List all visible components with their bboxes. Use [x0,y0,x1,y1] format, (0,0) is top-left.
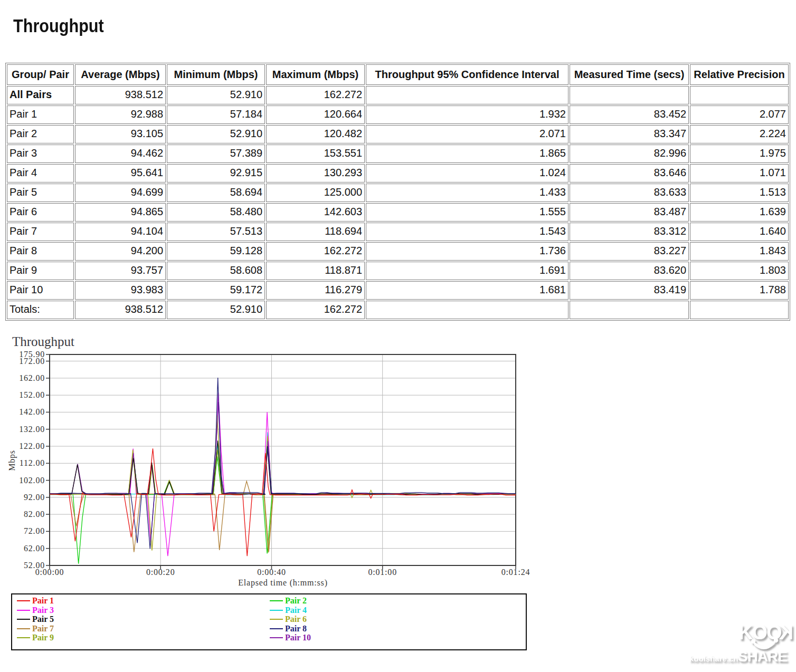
svg-text:0:00:20: 0:00:20 [146,568,175,577]
svg-text:102.00: 102.00 [19,476,45,485]
svg-text:162.00: 162.00 [19,373,45,382]
svg-text:Throughput: Throughput [12,334,74,349]
svg-text:122.00: 122.00 [19,441,45,450]
svg-text:K: K [779,621,793,644]
svg-text:koolshare.cn: koolshare.cn [689,654,738,663]
svg-text:92.00: 92.00 [24,493,45,502]
svg-text:72.00: 72.00 [24,526,45,535]
svg-text:SHARE: SHARE [738,648,787,665]
svg-text:82.00: 82.00 [24,510,45,519]
svg-text:0:01:00: 0:01:00 [368,568,397,577]
svg-text:Mbps: Mbps [7,450,17,471]
svg-text:0:01:24: 0:01:24 [501,568,530,577]
svg-text:112.00: 112.00 [20,458,45,467]
svg-text:142.00: 142.00 [19,407,45,416]
svg-text:Elapsed time (h:mm:ss): Elapsed time (h:mm:ss) [238,578,328,588]
svg-text:0:00:40: 0:00:40 [257,568,286,577]
svg-text:172.00: 172.00 [19,357,45,366]
svg-text:132.00: 132.00 [19,425,45,434]
svg-text:62.00: 62.00 [24,544,45,553]
svg-text:0:00:00: 0:00:00 [35,568,64,577]
svg-text:152.00: 152.00 [19,390,45,399]
